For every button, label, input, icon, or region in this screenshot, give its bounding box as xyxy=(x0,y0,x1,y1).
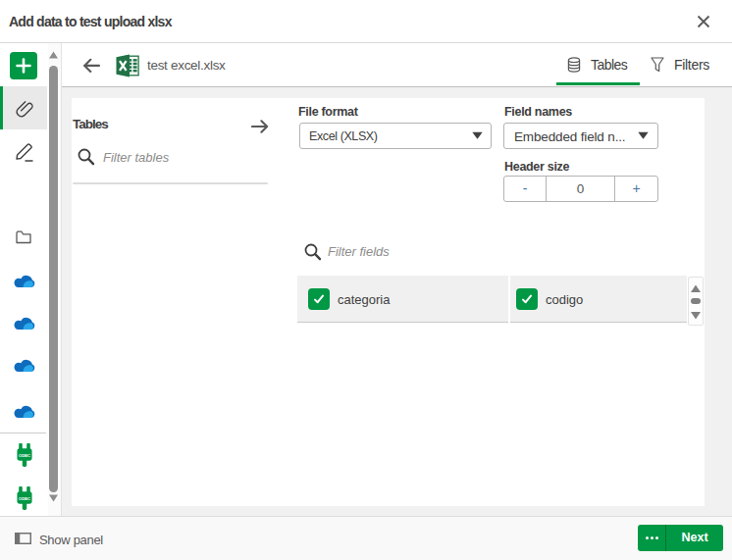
svg-text:ODBC: ODBC xyxy=(19,496,30,501)
svg-text:ODBC: ODBC xyxy=(19,453,30,458)
